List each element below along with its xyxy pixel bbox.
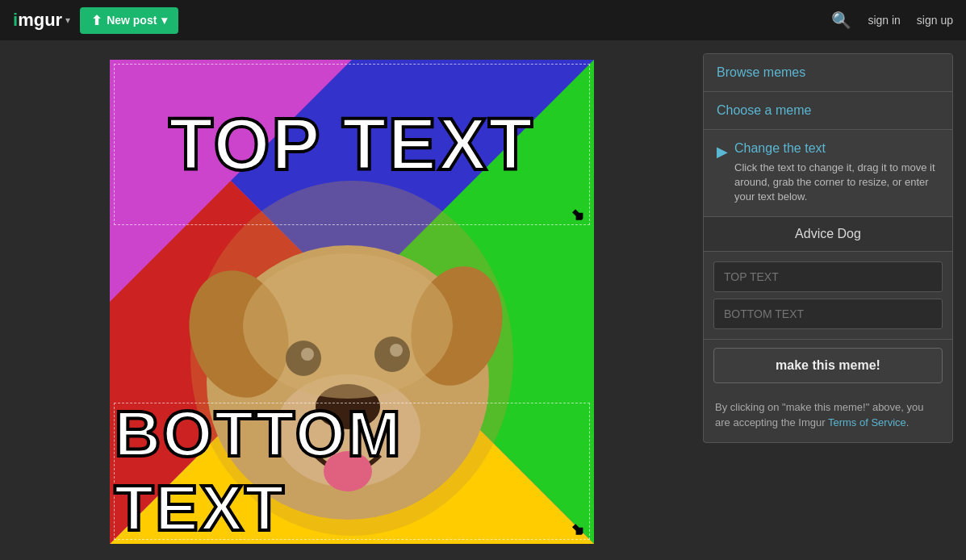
svg-point-17 — [243, 253, 453, 399]
right-panel: Browse memes Choose a meme ▶ Change the … — [703, 53, 953, 547]
search-button[interactable]: 🔍 — [831, 10, 851, 30]
meme-name: Advice Dog — [704, 217, 952, 252]
logo-area: imgur ▾ — [13, 10, 70, 31]
inputs-section — [704, 252, 952, 340]
upload-icon: ⬆ — [91, 13, 102, 28]
new-post-button[interactable]: ⬆ New post ▾ — [80, 7, 178, 34]
tos-suffix: . — [906, 416, 910, 428]
logo: imgur — [13, 10, 62, 31]
bottom-text: BOTTOM TEXT — [115, 397, 589, 544]
top-text-resize-handle[interactable]: ↘ — [573, 208, 586, 221]
new-post-label: New post — [107, 14, 157, 27]
header: imgur ▾ ⬆ New post ▾ 🔍 sign in sign up — [0, 0, 966, 40]
bottom-text-overlay[interactable]: BOTTOM TEXT ↘ — [114, 403, 590, 540]
arrow-icon: ▶ — [717, 143, 728, 161]
top-text-input[interactable] — [713, 261, 943, 292]
sign-up-link[interactable]: sign up — [917, 14, 953, 27]
make-meme-button[interactable]: make this meme! — [713, 348, 943, 383]
main-content: TOP TEXT ↘ BOTTOM TEXT ↘ Browse memes Ch… — [0, 40, 966, 560]
bottom-text-input[interactable] — [713, 299, 943, 329]
change-text-title: Change the text — [734, 141, 939, 156]
header-right: 🔍 sign in sign up — [831, 10, 953, 30]
choose-meme-button[interactable]: Choose a meme — [704, 92, 952, 130]
meme-container: TOP TEXT ↘ BOTTOM TEXT ↘ — [110, 60, 594, 544]
browse-memes-button[interactable]: Browse memes — [704, 54, 952, 92]
tos-link[interactable]: Terms of Service — [828, 416, 906, 428]
sign-in-link[interactable]: sign in — [868, 14, 900, 27]
top-text-overlay[interactable]: TOP TEXT ↘ — [114, 64, 590, 225]
panel-box: Browse memes Choose a meme ▶ Change the … — [703, 53, 953, 443]
change-text-content: Change the text Click the text to change… — [734, 141, 939, 205]
change-text-section: ▶ Change the text Click the text to chan… — [704, 130, 952, 217]
new-post-chevron-icon: ▾ — [161, 14, 167, 27]
canvas-area: TOP TEXT ↘ BOTTOM TEXT ↘ — [13, 53, 690, 547]
bottom-text-resize-handle[interactable]: ↘ — [573, 523, 586, 536]
top-text: TOP TEXT — [169, 103, 534, 186]
logo-dropdown-chevron[interactable]: ▾ — [65, 15, 70, 26]
change-text-description: Click the text to change it, drag it to … — [734, 161, 939, 205]
tos-section: By clicking on "make this meme!" above, … — [704, 391, 952, 442]
